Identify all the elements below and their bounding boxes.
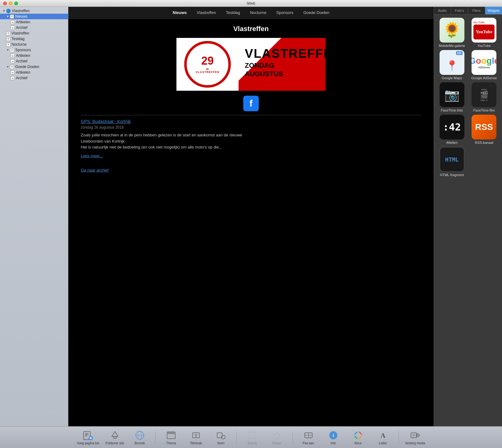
- expand-icon: ▼: [6, 48, 9, 52]
- page-type-icon: T: [6, 43, 10, 47]
- banner-left: 29 🏍️ VLASTREFFEN: [176, 38, 239, 91]
- svg-marker-7: [112, 432, 118, 437]
- letter-icon: A: [377, 430, 389, 441]
- nav-sponsors[interactable]: Sponsors: [274, 9, 295, 16]
- svg-rect-8: [114, 437, 116, 438]
- verberg-media-button[interactable]: Verberg media: [405, 430, 425, 445]
- banner-month: AUGUSTUS: [245, 70, 283, 78]
- rss-icon: RSS: [472, 115, 496, 139]
- nav-nocturne[interactable]: Nocturne: [248, 9, 268, 16]
- page-content: Vlastreffen 29 🏍️ VLASTREFFEN: [68, 19, 434, 426]
- widget-facetime-photo[interactable]: 📷 FaceTime-foto: [437, 82, 467, 112]
- site-icon: 🌐: [6, 9, 11, 13]
- tab-fotos[interactable]: Foto's: [451, 7, 468, 14]
- publiceer-site-button[interactable]: Publiceer site: [106, 430, 124, 445]
- sidebar-archief2-label: Archief: [16, 59, 27, 63]
- sidebar-item-goede-doelen[interactable]: ▼ T Goede Doelen: [0, 64, 68, 70]
- vorm-button[interactable]: Vorm: [212, 430, 230, 445]
- zoom-button[interactable]: [14, 2, 18, 5]
- sidebar-item-archief2[interactable]: ▤ Archief: [0, 58, 68, 64]
- verberg-media-icon: [409, 430, 421, 441]
- archive-link[interactable]: Ga naar archief: [81, 168, 421, 172]
- pas-aan-label: Pas aan: [303, 441, 314, 445]
- widget-mobileme[interactable]: 🌻 MobileMe-galerie: [437, 18, 467, 48]
- widget-adsense[interactable]: Google AdSense Google AdSense: [469, 50, 499, 80]
- content-divider: [81, 115, 421, 115]
- tab-audio[interactable]: Audio: [434, 7, 451, 14]
- youtube-logo-bg: YouTube: [473, 25, 495, 39]
- snij-bij-button[interactable]: Snij bij: [243, 430, 262, 445]
- page-icon: ▤: [11, 26, 15, 30]
- tekstvak-button[interactable]: T Tekstvak: [187, 430, 205, 445]
- facebook-container: f: [81, 96, 421, 111]
- page-icon: ▤: [11, 20, 15, 24]
- roteer-button[interactable]: Roteer: [268, 430, 286, 445]
- sidebar-item-nieuws[interactable]: ▼ T Nieuws: [0, 14, 68, 19]
- sidebar-artikelen1-label: Artikelen: [16, 20, 30, 24]
- mobileme-label: MobileMe-galerie: [439, 44, 465, 48]
- nav-testdag[interactable]: Testdag: [224, 9, 242, 16]
- bezoek-button[interactable]: Bezoek: [130, 430, 149, 445]
- sidebar-item-artikelen3[interactable]: ▤ Artikelen: [0, 70, 68, 75]
- main-area: ▼ 🌐 Vlastreffen ▼ T Nieuws ▤ Artikelen ▤…: [0, 7, 502, 426]
- sidebar-archief3-label: Archief: [16, 76, 27, 80]
- pasan-icon: [303, 430, 314, 441]
- pas-aan-button[interactable]: Pas aan: [299, 430, 318, 445]
- event-banner: 29 🏍️ VLASTREFFEN VLASTREF: [176, 38, 326, 91]
- sidebar-item-testdag[interactable]: T Testdag: [0, 36, 68, 42]
- html-label: HTML-fragment: [440, 173, 464, 177]
- sidebar-item-artikelen1[interactable]: ▤ Artikelen: [0, 19, 68, 25]
- sidebar-item-nocturne[interactable]: T Nocturne: [0, 42, 68, 47]
- banner-moto-icon: 🏍️: [196, 67, 220, 70]
- banner-container: 29 🏍️ VLASTREFFEN VLASTREF: [81, 38, 421, 91]
- svg-rect-13: [167, 432, 175, 434]
- widget-facetime-film[interactable]: iWeb 🎬 Yaku ✦ FaceTime-film: [469, 82, 499, 112]
- page-type-icon: T: [6, 37, 10, 41]
- letter-button[interactable]: A Letter: [374, 430, 392, 445]
- tab-films[interactable]: Films: [468, 7, 485, 14]
- googlemaps-icon: 280 📍: [440, 50, 464, 75]
- close-button[interactable]: [3, 2, 7, 5]
- sidebar-item-artikelen2[interactable]: ▤ Artikelen: [0, 53, 68, 58]
- tab-widgets[interactable]: Widgets: [485, 7, 502, 14]
- banner-number: 29: [196, 55, 220, 66]
- sidebar-item-archief3[interactable]: ▤ Archief: [0, 75, 68, 81]
- camera-icon: 📷: [444, 88, 460, 102]
- widget-rss[interactable]: RSS RSS-kanaal: [469, 115, 499, 144]
- toolbar-sep-4: [399, 431, 399, 444]
- minimize-button[interactable]: [9, 2, 12, 5]
- snijbij-icon: [247, 430, 258, 441]
- sidebar-item-archief1[interactable]: ▤ Archief: [0, 25, 68, 30]
- voeg-pagina-toe-button[interactable]: Voeg pagina toe: [77, 430, 99, 445]
- verberg-media-label: Verberg media: [405, 441, 425, 445]
- widget-aftellen[interactable]: :42 Aftellen: [437, 115, 467, 144]
- article-title[interactable]: GPS: Budastraat - Kortrijk: [81, 119, 421, 124]
- thema-button[interactable]: Thema: [162, 430, 180, 445]
- widget-googlemaps[interactable]: 280 📍 Google Maps: [437, 50, 467, 80]
- sidebar-item-vlastreffen[interactable]: T Vlastreffen: [0, 30, 68, 36]
- nav-goede-doelen[interactable]: Goede Doelen: [301, 9, 331, 16]
- sidebar-item-site[interactable]: ▼ 🌐 Vlastreffen: [0, 8, 68, 14]
- banner-date-label: ZONDAG: [245, 62, 274, 69]
- widget-html[interactable]: HTML HTML-fragment: [437, 147, 467, 177]
- sidebar-archief1-label: Archief: [16, 25, 27, 30]
- kleur-button[interactable]: Kleur: [349, 430, 367, 445]
- facebook-button[interactable]: f: [243, 96, 259, 111]
- banner-location-text: BUDA KORTRIJK • VERTREK VAN 8 TOT 11U: [245, 78, 311, 81]
- youtube-logo-text: YouTube: [476, 30, 492, 34]
- banner-main-text: VLASTREFFEN: [245, 47, 326, 60]
- adsense-label: Google AdSense: [471, 76, 497, 80]
- nav-nieuws[interactable]: Nieuws: [171, 9, 189, 16]
- sidebar-site-label: Vlastreffen: [12, 9, 30, 13]
- widget-youtube[interactable]: You Tube YouTube YouTube: [469, 18, 499, 48]
- article-body-line1: Zoals jullie misschien al in de pers heb…: [81, 132, 421, 138]
- sidebar-vlastreffen-label: Vlastreffen: [11, 31, 29, 35]
- article-date: zondag 26 augustus 2018: [81, 125, 421, 130]
- sidebar-artikelen2-label: Artikelen: [16, 53, 30, 58]
- read-more-link[interactable]: Lees meer...: [81, 153, 103, 158]
- info-button[interactable]: i Info: [324, 430, 343, 445]
- nav-vlastreffen[interactable]: Vlastreffen: [195, 9, 218, 16]
- sidebar-item-sponsors[interactable]: ▼ T Sponsors: [0, 47, 68, 53]
- page-icon: ▤: [11, 59, 15, 63]
- sidebar-nocturne-label: Nocturne: [11, 42, 27, 47]
